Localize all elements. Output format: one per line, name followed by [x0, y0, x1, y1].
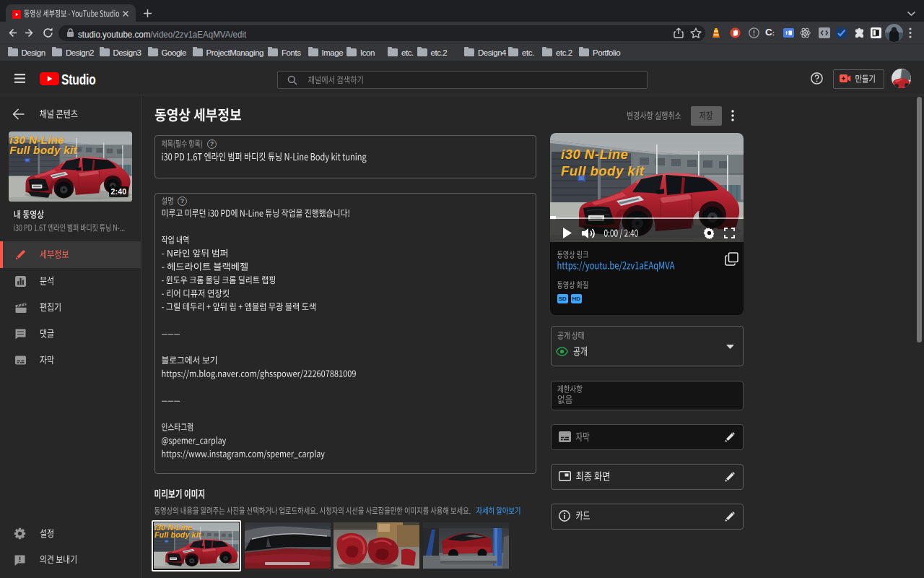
svg-text:Full body kit: Full body kit [154, 531, 201, 539]
svg-text:Full body kit: Full body kit [561, 163, 645, 178]
svg-text:i30 N-Line: i30 N-Line [561, 147, 628, 162]
svg-text:Full body kit: Full body kit [9, 144, 77, 156]
